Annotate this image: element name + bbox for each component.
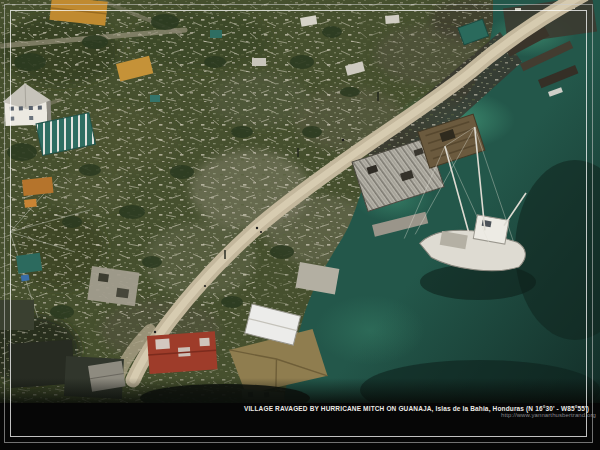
photo-credit-url: http://www.yannarthusbertrand.org bbox=[501, 412, 596, 418]
blue-tarp bbox=[21, 274, 30, 281]
aerial-photo-scene bbox=[0, 0, 600, 403]
red-roof-building bbox=[147, 331, 217, 374]
photo-caption: VILLAGE RAVAGED BY HURRICANE MITCH ON GU… bbox=[244, 405, 589, 412]
aerial-photo bbox=[0, 0, 600, 403]
caption-band: VILLAGE RAVAGED BY HURRICANE MITCH ON GU… bbox=[0, 403, 600, 450]
wallpaper: VILLAGE RAVAGED BY HURRICANE MITCH ON GU… bbox=[0, 0, 600, 450]
